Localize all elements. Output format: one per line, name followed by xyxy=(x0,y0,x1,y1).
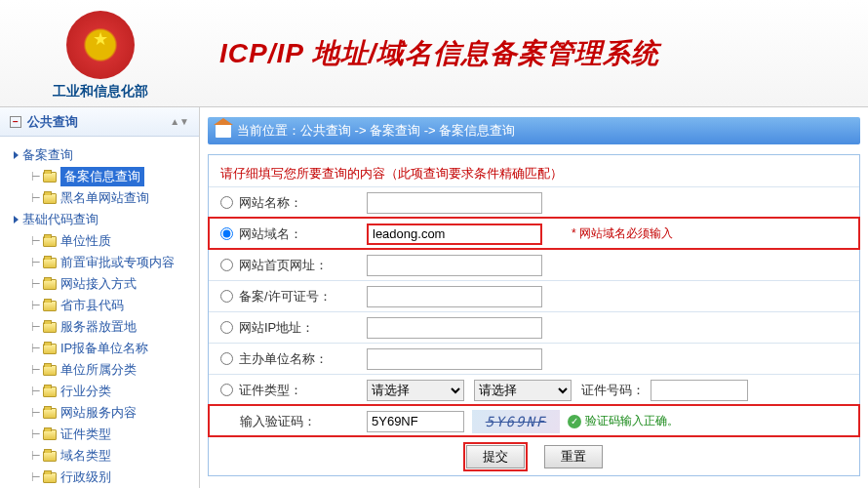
sort-arrows-icon[interactable]: ▲▼ xyxy=(170,107,189,137)
query-form: 请仔细填写您所要查询的内容（此项查询要求条件精确匹配） 网站名称： 网站域名： … xyxy=(208,154,860,476)
tree-item[interactable]: ⊢域名类型 xyxy=(6,445,199,467)
folder-icon xyxy=(43,236,57,247)
folder-icon xyxy=(43,301,57,311)
tree-item[interactable]: ⊢行业分类 xyxy=(6,381,199,402)
input-captcha[interactable] xyxy=(367,411,464,432)
reset-button[interactable]: 重置 xyxy=(544,445,603,468)
radio-site-name[interactable]: 网站名称： xyxy=(220,194,367,212)
tree-item[interactable]: ⊢黑名单网站查询 xyxy=(6,187,199,209)
row-cert: 证件类型： 请选择 请选择 证件号码： xyxy=(209,374,859,405)
tree-item-label: 备案信息查询 xyxy=(60,167,144,186)
button-row: 提交 重置 xyxy=(209,436,859,475)
captcha-ok-text: 验证码输入正确。 xyxy=(585,413,679,429)
captcha-image[interactable]: 5Y69NF xyxy=(472,410,560,433)
breadcrumb-text: 当前位置：公共查询 -> 备案查询 -> 备案信息查询 xyxy=(237,122,515,140)
tree-item-label: 单位性质 xyxy=(60,232,111,250)
row-license: 备案/许可证号： xyxy=(209,280,859,311)
tree-item-label: 网站服务内容 xyxy=(60,404,137,422)
sidebar-title: 公共查询 xyxy=(27,107,78,137)
folder-icon xyxy=(43,322,57,333)
radio-homepage[interactable]: 网站首页网址： xyxy=(220,257,367,274)
row-site-name: 网站名称： xyxy=(209,186,859,218)
radio-cert[interactable]: 证件类型： xyxy=(220,382,367,399)
tree-item[interactable]: ⊢单位所属分类 xyxy=(6,359,199,381)
folder-icon xyxy=(43,172,57,183)
submit-button[interactable]: 提交 xyxy=(466,445,525,468)
tree-item-label: 省市县代码 xyxy=(60,297,124,314)
emblem-wrap: 工业和信息化部 xyxy=(0,6,200,101)
national-emblem-icon xyxy=(66,11,135,79)
folder-icon xyxy=(43,193,57,204)
tree-item[interactable]: ⊢前置审批或专项内容 xyxy=(6,252,199,273)
tree-item-label: 黑名单网站查询 xyxy=(60,189,149,207)
select-cert-type2[interactable]: 请选择 xyxy=(474,380,572,401)
tree-group[interactable]: 备案查询 xyxy=(6,144,199,166)
input-org[interactable] xyxy=(367,348,542,370)
arrow-right-icon xyxy=(14,216,19,224)
input-cert-no[interactable] xyxy=(651,380,748,401)
site-title: ICP/IP 地址/域名信息备案管理系统 xyxy=(200,35,868,72)
folder-icon xyxy=(43,472,57,483)
tree-item-label: 前置审批或专项内容 xyxy=(60,254,175,271)
collapse-icon[interactable]: − xyxy=(10,116,21,128)
row-homepage: 网站首页网址： xyxy=(209,249,859,280)
tree-item[interactable]: ⊢单位性质 xyxy=(6,230,199,252)
tree-item[interactable]: ⊢省市县代码 xyxy=(6,295,199,316)
main-area: 当前位置：公共查询 -> 备案查询 -> 备案信息查询 请仔细填写您所要查询的内… xyxy=(200,107,868,488)
breadcrumb: 当前位置：公共查询 -> 备案查询 -> 备案信息查询 xyxy=(208,117,860,144)
folder-icon xyxy=(43,408,57,419)
folder-icon xyxy=(43,429,57,440)
radio-org[interactable]: 主办单位名称： xyxy=(220,350,367,368)
folder-icon xyxy=(43,344,57,354)
tree-group[interactable]: 基础代码查询 xyxy=(6,209,199,230)
row-ip: 网站IP地址： xyxy=(209,311,859,343)
tree-item[interactable]: ⊢服务器放置地 xyxy=(6,316,199,338)
tree-item-label: IP报备单位名称 xyxy=(60,340,148,357)
tree-item[interactable]: ⊢备案信息查询 xyxy=(6,166,199,187)
row-captcha: 输入验证码： 5Y69NF ✓ 验证码输入正确。 xyxy=(209,405,859,436)
form-hint: 请仔细填写您所要查询的内容（此项查询要求条件精确匹配） xyxy=(209,155,859,186)
input-domain[interactable] xyxy=(367,224,542,245)
radio-license[interactable]: 备案/许可证号： xyxy=(220,288,367,305)
folder-icon xyxy=(43,451,57,462)
cert-no-label: 证件号码： xyxy=(581,382,645,399)
tree-item-label: 证件类型 xyxy=(60,426,111,443)
tree-item-label: 域名类型 xyxy=(60,447,111,465)
input-site-name[interactable] xyxy=(367,192,542,214)
header: 工业和信息化部 ICP/IP 地址/域名信息备案管理系统 xyxy=(0,0,868,107)
check-circle-icon: ✓ xyxy=(568,415,581,428)
row-domain: 网站域名： * 网站域名必须输入 xyxy=(209,218,859,249)
folder-icon xyxy=(43,258,57,268)
arrow-right-icon xyxy=(14,151,19,159)
tree-item-label: 服务器放置地 xyxy=(60,318,137,336)
sidebar-header[interactable]: − 公共查询 ▲▼ xyxy=(0,107,199,137)
tree-item-label: 单位所属分类 xyxy=(60,361,137,379)
tree-item[interactable]: ⊢IP报备单位名称 xyxy=(6,338,199,359)
tree-group-label: 备案查询 xyxy=(22,146,73,164)
row-org: 主办单位名称： xyxy=(209,343,859,374)
ministry-name: 工业和信息化部 xyxy=(0,83,200,101)
domain-required-note: * 网站域名必须输入 xyxy=(572,225,673,242)
folder-icon xyxy=(43,386,57,397)
radio-ip[interactable]: 网站IP地址： xyxy=(220,319,367,337)
captcha-label: 输入验证码： xyxy=(220,413,367,430)
folder-icon xyxy=(43,365,57,376)
tree-item-label: 行业分类 xyxy=(60,383,111,400)
tree-item[interactable]: ⊢行政级别 xyxy=(6,467,199,488)
sidebar: − 公共查询 ▲▼ 备案查询⊢备案信息查询⊢黑名单网站查询基础代码查询⊢单位性质… xyxy=(0,107,200,488)
tree-group-label: 基础代码查询 xyxy=(22,211,99,228)
tree-item[interactable]: ⊢网站接入方式 xyxy=(6,273,199,295)
select-cert-type1[interactable]: 请选择 xyxy=(367,380,464,401)
radio-domain[interactable]: 网站域名： xyxy=(220,225,367,243)
input-license[interactable] xyxy=(367,286,542,307)
tree-item[interactable]: ⊢证件类型 xyxy=(6,424,199,445)
folder-icon xyxy=(43,279,57,290)
tree-item[interactable]: ⊢网站服务内容 xyxy=(6,402,199,424)
sidebar-tree: 备案查询⊢备案信息查询⊢黑名单网站查询基础代码查询⊢单位性质⊢前置审批或专项内容… xyxy=(0,137,199,488)
tree-item-label: 网站接入方式 xyxy=(60,275,137,293)
input-homepage[interactable] xyxy=(367,255,542,276)
input-ip[interactable] xyxy=(367,317,542,339)
home-icon[interactable] xyxy=(216,124,231,138)
tree-item-label: 行政级别 xyxy=(60,468,111,486)
